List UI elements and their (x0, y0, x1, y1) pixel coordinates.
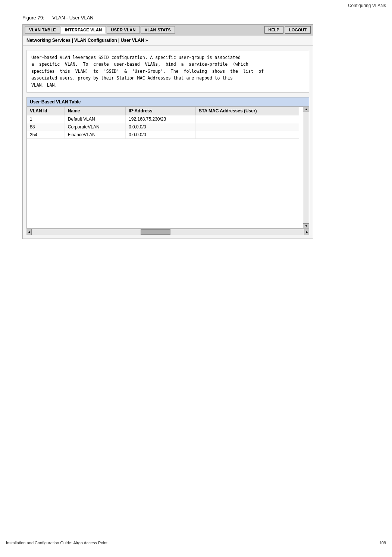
tab-vlan-stats[interactable]: VLAN STATS (141, 26, 175, 34)
info-box: User-based VLAN leverages SSID configura… (26, 50, 309, 93)
table-scroll-wrapper: VLAN Id Name IP-Address STA MAC Addresse… (27, 107, 309, 228)
table-data-area: VLAN Id Name IP-Address STA MAC Addresse… (27, 107, 303, 228)
cell-vlan-id-2: 88 (27, 123, 65, 131)
vlan-data-table: VLAN Id Name IP-Address STA MAC Addresse… (27, 107, 299, 139)
tab-user-vlan[interactable]: USER VLAN (107, 26, 139, 34)
scroll-track (303, 112, 309, 223)
col-vlan-id: VLAN Id (27, 107, 65, 115)
figure-title: Figure 79: VLAN - User VLAN (22, 15, 370, 21)
col-sta-mac: STA MAC Addresses (User) (196, 107, 299, 115)
bottom-scrollbar[interactable]: ◀ ▶ (26, 229, 309, 235)
cell-name-2: CorporateVLAN (65, 123, 125, 131)
vlan-table-title: User-Based VLAN Table (27, 97, 309, 107)
cell-mac-2 (196, 123, 299, 131)
scroll-right-arrow[interactable]: ▶ (304, 229, 309, 235)
right-scrollbar[interactable]: ▲ ▼ (303, 107, 309, 228)
ui-frame: VLAN TABLE INTERFACE VLAN USER VLAN VLAN… (22, 24, 313, 239)
horizontal-scroll-track (32, 229, 304, 235)
scroll-up-arrow[interactable]: ▲ (303, 107, 309, 112)
vlan-table-outer: User-Based VLAN Table VLAN Id Name IP-Ad… (26, 97, 309, 229)
table-row: 254 FinanceVLAN 0.0.0.0/0 (27, 131, 299, 139)
empty-rows (27, 139, 303, 228)
cell-vlan-id-1: 1 (27, 115, 65, 123)
col-name: Name (65, 107, 125, 115)
col-ip-address: IP-Address (126, 107, 196, 115)
help-button[interactable]: HELP (264, 26, 283, 34)
breadcrumb-text: Networking Services | VLAN Configuration… (26, 38, 148, 43)
tab-vlan-table[interactable]: VLAN TABLE (25, 26, 60, 34)
table-row: 88 CorporateVLAN 0.0.0.0/0 (27, 123, 299, 131)
table-row: 1 Default VLAN 192.168.75.230/23 (27, 115, 299, 123)
page-footer: Installation and Configuration Guide: Ai… (0, 539, 392, 547)
chapter-title: Configuring VLANs (348, 3, 386, 8)
scroll-left-arrow[interactable]: ◀ (26, 229, 32, 235)
cell-ip-3: 0.0.0.0/0 (126, 131, 196, 139)
figure-label: Figure 79: (22, 15, 44, 21)
cell-ip-1: 192.168.75.230/23 (126, 115, 196, 123)
tab-bar: VLAN TABLE INTERFACE VLAN USER VLAN VLAN… (23, 25, 313, 35)
horizontal-scroll-thumb[interactable] (141, 229, 170, 235)
info-text: User-based VLAN leverages SSID configura… (31, 55, 264, 88)
footer-left: Installation and Configuration Guide: Ai… (6, 541, 107, 545)
logout-button[interactable]: LOGOUT (285, 26, 311, 34)
cell-vlan-id-3: 254 (27, 131, 65, 139)
cell-ip-2: 0.0.0.0/0 (126, 123, 196, 131)
page-header: Configuring VLANs (348, 3, 386, 8)
vlan-table-container: User-Based VLAN Table VLAN Id Name IP-Ad… (26, 97, 309, 229)
cell-name-3: FinanceVLAN (65, 131, 125, 139)
breadcrumb: Networking Services | VLAN Configuration… (23, 35, 313, 46)
cell-name-1: Default VLAN (65, 115, 125, 123)
footer-right: 109 (379, 541, 386, 545)
figure-name: VLAN - User VLAN (52, 15, 94, 21)
tab-interface-vlan[interactable]: INTERFACE VLAN (61, 26, 106, 34)
content-area: Figure 79: VLAN - User VLAN VLAN TABLE I… (0, 0, 392, 269)
scroll-down-arrow[interactable]: ▼ (303, 223, 309, 228)
cell-mac-1 (196, 115, 299, 123)
cell-mac-3 (196, 131, 299, 139)
